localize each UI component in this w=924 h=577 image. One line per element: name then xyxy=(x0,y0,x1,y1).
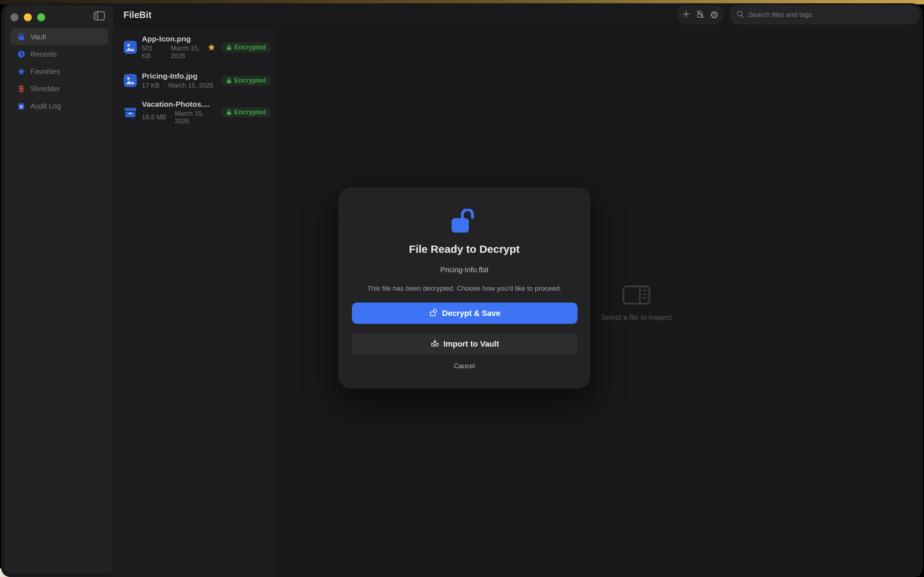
decrypt-save-label: Decrypt & Save xyxy=(442,309,500,318)
unlock-icon xyxy=(429,308,438,319)
sidebar-item-shredder[interactable]: Shredder xyxy=(10,81,108,97)
open-lock-icon xyxy=(452,209,478,234)
toggle-sidebar-button[interactable] xyxy=(93,11,106,22)
sidebar-item-audit-log[interactable]: Audit Log xyxy=(10,98,108,114)
lock-icon xyxy=(226,44,232,50)
import-to-vault-label: Import to Vault xyxy=(444,339,499,349)
import-to-vault-button[interactable]: Import to Vault xyxy=(352,334,577,355)
file-date: March 15, 2026 xyxy=(175,110,208,125)
app-window: Vault Recents Favorites xyxy=(1,3,923,577)
inspector-panel-icon xyxy=(622,285,650,306)
file-info: App-Icon.png 501 KB · March 15, 2026 xyxy=(142,35,202,60)
empty-state: Select a file to inspect xyxy=(601,285,672,322)
tray-import-icon xyxy=(431,338,439,350)
file-row-vacation-photos[interactable]: Vacation-Photos.... 18.6 MB · March 15, … xyxy=(113,95,275,130)
file-size: 18.6 MB xyxy=(142,114,166,121)
sidebar-item-label: Vault xyxy=(30,33,46,41)
sidebar-item-recents[interactable]: Recents xyxy=(10,46,108,62)
clock-icon xyxy=(17,50,26,58)
sidebar-item-label: Shredder xyxy=(30,85,60,93)
settings-button[interactable]: ⚙ xyxy=(708,9,720,21)
meta-separator: · xyxy=(165,49,168,56)
minimize-button[interactable] xyxy=(24,13,32,21)
sidebar-item-favorites[interactable]: Favorites xyxy=(10,63,108,80)
sidebar-toggle-icon xyxy=(94,11,105,22)
file-size: 17 KB xyxy=(142,82,160,89)
plus-icon xyxy=(682,10,691,20)
window-controls xyxy=(10,13,45,21)
star-icon xyxy=(17,67,26,76)
decrypt-tool-button[interactable] xyxy=(694,9,706,21)
sidebar-panel: Vault Recents Favorites xyxy=(5,6,113,573)
file-date: March 15, 2026 xyxy=(168,82,213,89)
empty-state-message: Select a file to inspect xyxy=(601,313,672,322)
archive-file-icon xyxy=(124,106,137,119)
image-file-icon xyxy=(124,74,137,87)
zoom-button[interactable] xyxy=(37,13,45,21)
dialog-title: File Ready to Decrypt xyxy=(339,243,590,255)
file-list: App-Icon.png 501 KB · March 15, 2026 Enc… xyxy=(113,29,275,577)
lock-icon xyxy=(226,109,232,115)
encrypted-badge: Encrypted xyxy=(221,76,271,86)
search-icon xyxy=(736,10,745,20)
sidebar-item-label: Favorites xyxy=(30,68,60,76)
close-button[interactable] xyxy=(10,13,18,21)
file-meta: 18.6 MB · March 15, 2026 xyxy=(142,110,216,125)
decrypt-dialog: File Ready to Decrypt Pricing-Info.fbit … xyxy=(339,187,590,388)
sidebar-item-vault[interactable]: Vault xyxy=(10,29,108,45)
trash-icon xyxy=(17,84,26,93)
file-meta: 17 KB · March 15, 2026 xyxy=(142,82,216,89)
search-bar xyxy=(730,5,919,24)
sidebar-item-label: Recents xyxy=(30,50,57,58)
meta-separator: · xyxy=(169,114,171,121)
file-info: Vacation-Photos.... 18.6 MB · March 15, … xyxy=(142,100,216,125)
decrypt-save-button[interactable]: Decrypt & Save xyxy=(352,303,577,324)
file-name: Pricing-Info.jpg xyxy=(142,72,216,81)
lock-icon xyxy=(226,77,232,84)
clipboard-icon xyxy=(17,102,26,110)
file-row-pricing-info[interactable]: Pricing-Info.jpg 17 KB · March 15, 2026 … xyxy=(113,66,275,95)
file-name: Vacation-Photos.... xyxy=(142,100,216,108)
search-input[interactable] xyxy=(748,11,913,19)
file-size: 501 KB xyxy=(142,45,162,60)
app-title: FileBit xyxy=(123,10,152,20)
file-date: March 15, 2026 xyxy=(171,45,202,60)
gear-icon: ⚙ xyxy=(710,10,719,20)
file-name: App-Icon.png xyxy=(142,35,202,43)
file-row-app-icon[interactable]: App-Icon.png 501 KB · March 15, 2026 Enc… xyxy=(113,29,275,66)
favorite-star-icon xyxy=(207,43,216,52)
encrypted-badge: Encrypted xyxy=(221,107,271,118)
sidebar-nav: Vault Recents Favorites xyxy=(10,29,108,114)
add-file-button[interactable] xyxy=(680,9,692,21)
encrypted-badge: Encrypted xyxy=(221,42,271,53)
dialog-message: This file has been decrypted. Choose how… xyxy=(339,285,590,292)
dialog-filename: Pricing-Info.fbit xyxy=(339,266,590,274)
lock-slash-icon xyxy=(696,10,705,20)
image-file-icon xyxy=(124,41,137,54)
sidebar-item-label: Audit Log xyxy=(30,102,61,110)
meta-separator: · xyxy=(163,82,165,89)
lock-icon xyxy=(17,32,26,41)
toolbar-group: ⚙ xyxy=(677,6,724,24)
file-info: Pricing-Info.jpg 17 KB · March 15, 2026 xyxy=(142,72,216,89)
cancel-button[interactable]: Cancel xyxy=(339,362,590,370)
file-meta: 501 KB · March 15, 2026 xyxy=(142,45,202,60)
